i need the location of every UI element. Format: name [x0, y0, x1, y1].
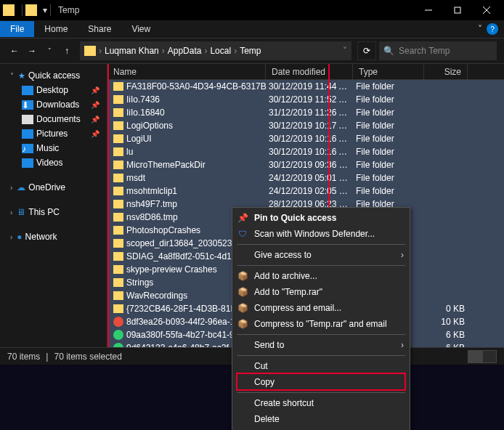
close-button[interactable] [472, 0, 501, 20]
search-input[interactable]: 🔍 Search Temp [379, 41, 497, 60]
menu-copy[interactable]: Copy [232, 374, 410, 390]
menu-delete[interactable]: Delete [232, 411, 410, 427]
menu-compress-rar-email[interactable]: 📦Compress to "Temp.rar" and email [232, 316, 410, 332]
menu-rename[interactable]: Rename [232, 427, 410, 430]
menu-send-to[interactable]: Send to› [232, 337, 410, 353]
menu-pin-quick-access[interactable]: 📌Pin to Quick access [232, 210, 410, 226]
file-name: nsh49F7.tmp [126, 199, 177, 209]
file-type: File folder [353, 94, 424, 105]
file-size: 0 KB [424, 304, 468, 314]
recent-chevron-icon[interactable]: ˅ [42, 44, 57, 58]
sidebar-item-videos[interactable]: Videos [15, 155, 107, 170]
help-icon[interactable]: ? [487, 23, 498, 35]
file-date: 30/12/2019 11:52 AM [266, 94, 353, 105]
file-type: File folder [353, 160, 424, 170]
table-row[interactable]: LogiOptions30/12/2019 10:17 AMFile folde… [107, 119, 504, 132]
file-date: 30/12/2019 11:44 AM [266, 81, 353, 92]
folder-icon [113, 108, 123, 117]
file-date: 30/12/2019 09:36 PM [266, 160, 353, 170]
folder-icon [113, 95, 123, 104]
folder-icon [113, 200, 123, 208]
file-name: nsv8D86.tmp [126, 212, 178, 222]
file-name: IiIo.7436 [126, 94, 160, 105]
file-name: scoped_dir13684_2030523969 [126, 238, 247, 248]
folder-icon [113, 343, 123, 347]
chevron-down-icon[interactable]: ˅ [343, 46, 347, 56]
sidebar-item-network[interactable]: ›●Network [3, 230, 107, 244]
file-name: LogiUI [126, 134, 152, 144]
file-date: 30/12/2019 10:16 AM [266, 147, 353, 157]
file-size: 6 KB [424, 330, 468, 340]
table-row[interactable]: msohtmlclip124/12/2019 02:05 PMFile fold… [107, 184, 504, 198]
table-row[interactable]: FA318F00-53A0-4D34-94CB-6317B36686...30/… [107, 80, 504, 93]
address-bar[interactable]: › Luqman Khan › AppData › Local › Temp ˅ [80, 41, 351, 60]
column-size[interactable]: Size [424, 64, 468, 79]
breadcrumb[interactable]: Luqman Khan [105, 46, 159, 56]
menu-add-rar[interactable]: 📦Add to "Temp.rar" [232, 284, 410, 300]
folder-icon [113, 239, 123, 248]
breadcrumb[interactable]: AppData [168, 46, 202, 56]
tab-file[interactable]: File [0, 21, 34, 37]
menu-cut[interactable]: Cut [232, 358, 410, 374]
sidebar-item-thispc[interactable]: ›🖥This PC [3, 205, 107, 219]
shield-icon: 🛡 [237, 228, 248, 240]
nav-pane: ˅★Quick access Desktop📌 ⬇Downloads📌 Docu… [0, 64, 107, 347]
forward-button[interactable]: → [25, 44, 39, 58]
table-row[interactable]: msdt24/12/2019 05:01 PMFile folder [107, 171, 504, 184]
column-date[interactable]: Date modified [266, 64, 353, 79]
folder-icon [113, 291, 123, 300]
context-menu: 📌Pin to Quick access 🛡Scan with Windows … [232, 207, 410, 430]
table-row[interactable]: lu30/12/2019 10:16 AMFile folder [107, 145, 504, 158]
file-name: skype-preview Crashes [126, 264, 217, 275]
maximize-button[interactable] [443, 0, 472, 20]
sidebar-item-music[interactable]: ♪Music [15, 141, 107, 155]
thumbnails-view-button[interactable] [482, 350, 497, 363]
column-name[interactable]: Name [107, 64, 266, 79]
back-button[interactable]: ← [7, 44, 22, 58]
pin-icon: 📌 [237, 212, 248, 224]
file-size: 6 KB [424, 343, 468, 347]
table-row[interactable]: LogiUI30/12/2019 10:16 AMFile folder [107, 132, 504, 145]
minimize-button[interactable] [414, 0, 443, 20]
table-row[interactable]: MicroThemePackDir30/12/2019 09:36 PMFile… [107, 158, 504, 171]
tab-view[interactable]: View [121, 21, 160, 37]
sidebar-item-pictures[interactable]: Pictures📌 [15, 126, 107, 141]
archive-icon: 📦 [237, 286, 248, 298]
up-button[interactable]: ↑ [60, 44, 74, 58]
folder-icon [113, 265, 123, 274]
file-name: WavRecordings [126, 291, 187, 301]
sidebar-item-desktop[interactable]: Desktop📌 [15, 83, 107, 97]
pin-icon: 📌 [91, 130, 99, 138]
breadcrumb[interactable]: Temp [240, 46, 261, 56]
sidebar-item-onedrive[interactable]: ›☁OneDrive [3, 180, 107, 195]
details-view-button[interactable] [468, 350, 482, 363]
file-name: msdt [126, 173, 145, 183]
file-type: File folder [353, 173, 424, 183]
file-name: IiIo.16840 [126, 108, 165, 118]
refresh-button[interactable]: ⟳ [357, 41, 376, 60]
menu-compress-email[interactable]: 📦Compress and email... [232, 300, 410, 316]
menu-create-shortcut[interactable]: Create shortcut [232, 395, 410, 411]
file-type: File folder [353, 108, 424, 118]
folder-icon [113, 304, 123, 313]
file-name: LogiOptions [126, 121, 173, 131]
column-type[interactable]: Type [353, 64, 424, 79]
sidebar-item-downloads[interactable]: ⬇Downloads📌 [15, 97, 107, 112]
chevron-down-icon[interactable]: ˅ [478, 24, 482, 34]
file-size: 10 KB [424, 317, 468, 327]
menu-give-access[interactable]: Give access to› [232, 247, 410, 263]
sidebar-item-documents[interactable]: Documents📌 [15, 112, 107, 126]
tab-share[interactable]: Share [78, 21, 121, 37]
sidebar-item-quickaccess[interactable]: ˅★Quick access [3, 68, 107, 83]
menu-add-archive[interactable]: 📦Add to archive... [232, 268, 410, 284]
folder-icon [113, 82, 123, 91]
archive-icon: 📦 [237, 318, 248, 330]
folder-icon [113, 252, 123, 261]
table-row[interactable]: IiIo.1684031/12/2019 11:26 AMFile folder [107, 106, 504, 119]
pin-icon: 📌 [91, 86, 99, 94]
table-row[interactable]: IiIo.743630/12/2019 11:52 AMFile folder [107, 93, 504, 106]
breadcrumb[interactable]: Local [210, 46, 231, 56]
folder-icon [113, 161, 123, 169]
menu-scan-defender[interactable]: 🛡Scan with Windows Defender... [232, 226, 410, 242]
tab-home[interactable]: Home [34, 21, 78, 37]
